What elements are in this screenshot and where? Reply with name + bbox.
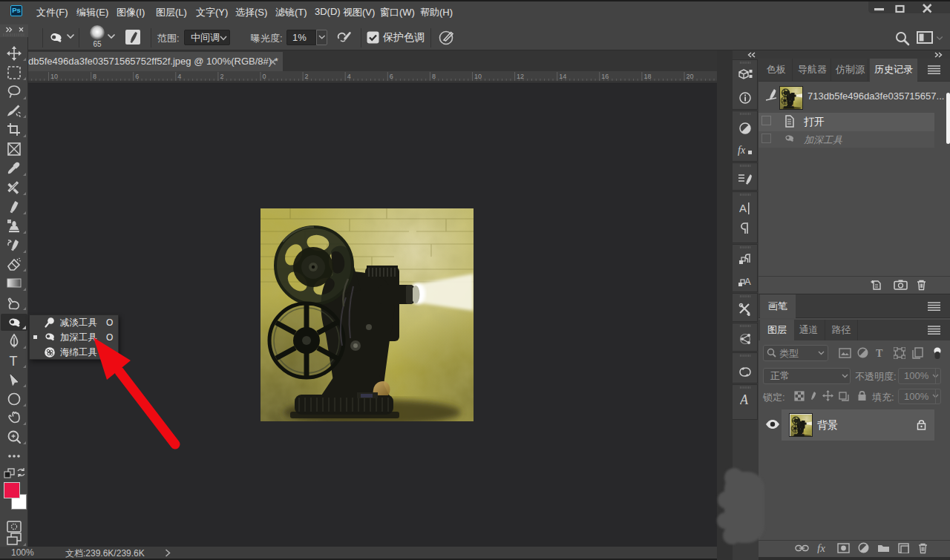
svg-text:A: A <box>744 276 751 287</box>
svg-text:T: T <box>876 348 883 358</box>
svg-text:6: 6 <box>135 73 139 80</box>
svg-text:10: 10 <box>50 73 58 80</box>
svg-text:A: A <box>740 393 749 407</box>
svg-text:20: 20 <box>687 73 694 80</box>
svg-text:2: 2 <box>220 73 223 80</box>
svg-text:6: 6 <box>390 73 393 80</box>
svg-text:8: 8 <box>432 73 436 80</box>
svg-text:16: 16 <box>601 73 609 80</box>
svg-text:A: A <box>739 202 747 214</box>
svg-text:10: 10 <box>474 73 482 80</box>
svg-text:fx: fx <box>738 145 746 156</box>
svg-text:14: 14 <box>559 73 566 80</box>
svg-text:8: 8 <box>93 73 96 80</box>
svg-text:4: 4 <box>347 73 351 80</box>
svg-text:2: 2 <box>305 73 309 80</box>
svg-text:fx: fx <box>817 543 825 553</box>
svg-text:12: 12 <box>517 73 524 80</box>
svg-text:4: 4 <box>177 73 181 80</box>
svg-text:T: T <box>10 354 18 368</box>
svg-text:0: 0 <box>263 73 266 80</box>
svg-text:18: 18 <box>643 73 651 80</box>
